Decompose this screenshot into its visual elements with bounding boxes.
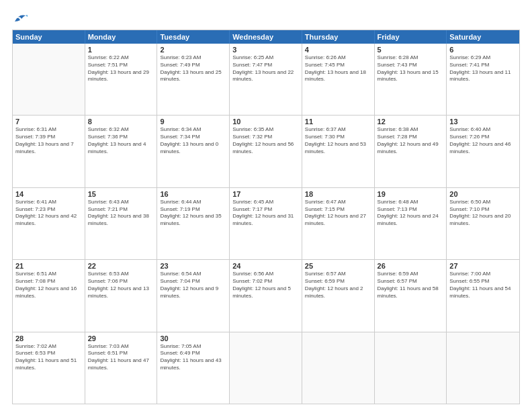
calendar-cell: 21Sunrise: 6:51 AMSunset: 7:08 PMDayligh… — [13, 260, 85, 331]
calendar-cell: 29Sunrise: 7:03 AMSunset: 6:51 PMDayligh… — [85, 332, 158, 404]
day-number: 22 — [88, 262, 154, 270]
calendar-cell — [375, 332, 447, 404]
calendar-row-4: 28Sunrise: 7:02 AMSunset: 6:53 PMDayligh… — [13, 332, 519, 404]
day-info: Sunrise: 7:02 AMSunset: 6:53 PMDaylight:… — [15, 343, 82, 372]
calendar-row-3: 21Sunrise: 6:51 AMSunset: 7:08 PMDayligh… — [13, 259, 519, 331]
day-info: Sunrise: 6:48 AMSunset: 7:13 PMDaylight:… — [378, 199, 444, 228]
calendar-cell: 12Sunrise: 6:38 AMSunset: 7:28 PMDayligh… — [375, 116, 447, 187]
day-number: 5 — [378, 46, 444, 54]
day-info: Sunrise: 6:29 AMSunset: 7:41 PMDaylight:… — [449, 54, 517, 83]
calendar-cell — [302, 332, 375, 404]
calendar-body: 1Sunrise: 6:22 AMSunset: 7:51 PMDaylight… — [13, 44, 519, 404]
day-info: Sunrise: 6:40 AMSunset: 7:26 PMDaylight:… — [449, 126, 517, 155]
calendar-cell: 30Sunrise: 7:05 AMSunset: 6:49 PMDayligh… — [157, 332, 230, 404]
day-info: Sunrise: 7:00 AMSunset: 6:55 PMDaylight:… — [449, 271, 517, 300]
calendar-cell — [13, 44, 85, 115]
day-info: Sunrise: 6:44 AMSunset: 7:19 PMDaylight:… — [160, 199, 226, 228]
day-info: Sunrise: 6:50 AMSunset: 7:10 PMDaylight:… — [449, 199, 517, 228]
calendar-cell: 26Sunrise: 6:59 AMSunset: 6:57 PMDayligh… — [375, 260, 447, 331]
calendar-header: SundayMondayTuesdayWednesdayThursdayFrid… — [13, 30, 519, 44]
calendar-cell: 15Sunrise: 6:43 AMSunset: 7:21 PMDayligh… — [85, 188, 158, 259]
calendar-cell: 27Sunrise: 7:00 AMSunset: 6:55 PMDayligh… — [447, 260, 519, 331]
day-number: 6 — [449, 46, 517, 54]
day-info: Sunrise: 6:57 AMSunset: 6:59 PMDaylight:… — [305, 271, 371, 300]
day-number: 21 — [15, 262, 82, 270]
calendar-row-1: 7Sunrise: 6:31 AMSunset: 7:39 PMDaylight… — [13, 115, 519, 187]
day-info: Sunrise: 6:37 AMSunset: 7:30 PMDaylight:… — [305, 126, 371, 155]
calendar-cell: 18Sunrise: 6:47 AMSunset: 7:15 PMDayligh… — [302, 188, 375, 259]
day-info: Sunrise: 6:51 AMSunset: 7:08 PMDaylight:… — [15, 271, 82, 300]
calendar-cell: 8Sunrise: 6:32 AMSunset: 7:36 PMDaylight… — [85, 116, 158, 187]
day-number: 2 — [160, 46, 226, 54]
calendar-row-2: 14Sunrise: 6:41 AMSunset: 7:23 PMDayligh… — [13, 187, 519, 259]
day-info: Sunrise: 6:59 AMSunset: 6:57 PMDaylight:… — [378, 271, 444, 300]
day-number: 18 — [305, 190, 371, 198]
day-number: 15 — [88, 190, 154, 198]
day-number: 19 — [378, 190, 444, 198]
calendar-cell: 10Sunrise: 6:35 AMSunset: 7:32 PMDayligh… — [230, 116, 302, 187]
day-info: Sunrise: 6:35 AMSunset: 7:32 PMDaylight:… — [232, 126, 299, 155]
header-day-friday: Friday — [375, 30, 447, 44]
calendar-cell: 9Sunrise: 6:34 AMSunset: 7:34 PMDaylight… — [157, 116, 230, 187]
day-info: Sunrise: 6:34 AMSunset: 7:34 PMDaylight:… — [160, 126, 226, 155]
calendar-cell: 24Sunrise: 6:56 AMSunset: 7:02 PMDayligh… — [230, 260, 302, 331]
header-day-tuesday: Tuesday — [157, 30, 230, 44]
calendar-cell: 23Sunrise: 6:54 AMSunset: 7:04 PMDayligh… — [157, 260, 230, 331]
calendar-cell — [230, 332, 302, 404]
calendar-cell: 19Sunrise: 6:48 AMSunset: 7:13 PMDayligh… — [375, 188, 447, 259]
calendar-cell: 1Sunrise: 6:22 AMSunset: 7:51 PMDaylight… — [85, 44, 158, 115]
day-number: 10 — [232, 118, 299, 126]
header-day-thursday: Thursday — [302, 30, 375, 44]
calendar-cell: 17Sunrise: 6:45 AMSunset: 7:17 PMDayligh… — [230, 188, 302, 259]
day-number: 7 — [15, 118, 82, 126]
calendar-cell: 5Sunrise: 6:28 AMSunset: 7:43 PMDaylight… — [375, 44, 447, 115]
day-number: 30 — [160, 334, 226, 342]
day-info: Sunrise: 6:26 AMSunset: 7:45 PMDaylight:… — [305, 54, 371, 83]
day-info: Sunrise: 6:54 AMSunset: 7:04 PMDaylight:… — [160, 271, 226, 300]
logo-bird-icon — [13, 12, 28, 24]
header-day-saturday: Saturday — [447, 30, 519, 44]
header-day-sunday: Sunday — [13, 30, 85, 44]
day-info: Sunrise: 6:56 AMSunset: 7:02 PMDaylight:… — [232, 271, 299, 300]
day-number: 27 — [449, 262, 517, 270]
day-info: Sunrise: 6:25 AMSunset: 7:47 PMDaylight:… — [232, 54, 299, 83]
day-number: 28 — [15, 334, 82, 342]
calendar-cell: 2Sunrise: 6:23 AMSunset: 7:49 PMDaylight… — [157, 44, 230, 115]
calendar-cell: 16Sunrise: 6:44 AMSunset: 7:19 PMDayligh… — [157, 188, 230, 259]
day-number: 13 — [449, 118, 517, 126]
day-number: 29 — [88, 334, 154, 342]
day-info: Sunrise: 6:45 AMSunset: 7:17 PMDaylight:… — [232, 199, 299, 228]
day-number: 25 — [305, 262, 371, 270]
day-number: 9 — [160, 118, 226, 126]
calendar-cell: 20Sunrise: 6:50 AMSunset: 7:10 PMDayligh… — [447, 188, 519, 259]
day-number: 24 — [232, 262, 299, 270]
calendar-cell: 7Sunrise: 6:31 AMSunset: 7:39 PMDaylight… — [13, 116, 85, 187]
day-number: 26 — [378, 262, 444, 270]
day-number: 4 — [305, 46, 371, 54]
day-number: 8 — [88, 118, 154, 126]
calendar-cell: 3Sunrise: 6:25 AMSunset: 7:47 PMDaylight… — [230, 44, 302, 115]
day-info: Sunrise: 6:32 AMSunset: 7:36 PMDaylight:… — [88, 126, 154, 155]
day-info: Sunrise: 7:05 AMSunset: 6:49 PMDaylight:… — [160, 343, 226, 372]
calendar-cell: 14Sunrise: 6:41 AMSunset: 7:23 PMDayligh… — [13, 188, 85, 259]
day-number: 16 — [160, 190, 226, 198]
calendar-cell: 13Sunrise: 6:40 AMSunset: 7:26 PMDayligh… — [447, 116, 519, 187]
calendar-cell: 28Sunrise: 7:02 AMSunset: 6:53 PMDayligh… — [13, 332, 85, 404]
day-info: Sunrise: 6:23 AMSunset: 7:49 PMDaylight:… — [160, 54, 226, 83]
day-info: Sunrise: 7:03 AMSunset: 6:51 PMDaylight:… — [88, 343, 154, 372]
header-day-wednesday: Wednesday — [230, 30, 302, 44]
calendar-cell: 11Sunrise: 6:37 AMSunset: 7:30 PMDayligh… — [302, 116, 375, 187]
logo — [12, 12, 28, 24]
day-number: 20 — [449, 190, 517, 198]
day-info: Sunrise: 6:38 AMSunset: 7:28 PMDaylight:… — [378, 126, 444, 155]
day-number: 14 — [15, 190, 82, 198]
day-info: Sunrise: 6:53 AMSunset: 7:06 PMDaylight:… — [88, 271, 154, 300]
day-number: 23 — [160, 262, 226, 270]
day-number: 17 — [232, 190, 299, 198]
day-info: Sunrise: 6:43 AMSunset: 7:21 PMDaylight:… — [88, 199, 154, 228]
day-info: Sunrise: 6:41 AMSunset: 7:23 PMDaylight:… — [15, 199, 82, 228]
day-info: Sunrise: 6:28 AMSunset: 7:43 PMDaylight:… — [378, 54, 444, 83]
calendar-cell: 22Sunrise: 6:53 AMSunset: 7:06 PMDayligh… — [85, 260, 158, 331]
calendar-cell — [447, 332, 519, 404]
day-number: 3 — [232, 46, 299, 54]
